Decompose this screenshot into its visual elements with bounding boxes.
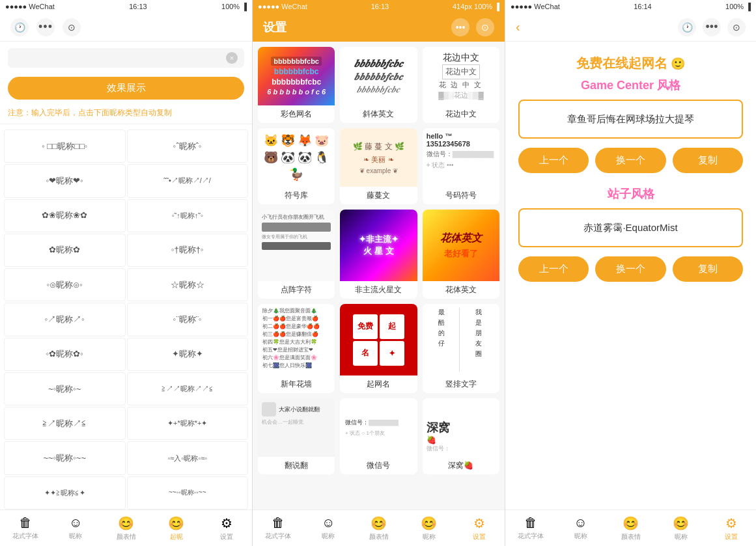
list-item[interactable]: ≧↗昵称↗≦ (4, 407, 126, 440)
tab2-settings[interactable]: ⚙ 设置 (455, 515, 505, 541)
notice-text: 注意：输入完毕后，点击下面昵称类型自动复制 (0, 103, 252, 124)
search-row: × (8, 48, 244, 68)
feature-card-vine[interactable]: 🌿 藤 蔓 文 🌿 ❧ 美丽 ❧ ❦ example ❦ 藤蔓文 (340, 128, 417, 204)
list-item[interactable]: ◦⊙昵称⊙◦ (4, 268, 126, 301)
list-item[interactable]: ◦✿昵称✿◦ (4, 338, 126, 371)
prev-btn-2[interactable]: 上一个 (518, 256, 589, 282)
feature-card-flower-en[interactable]: 花体英文 老好看了 花体英文 (423, 210, 499, 299)
panel-features: ●●●●● WeChat 16:13 414px 100% ▐ 设置 ••• ⊙… (253, 0, 505, 546)
tab-qini-label: 起昵 (170, 532, 183, 541)
clear-icon[interactable]: × (226, 52, 238, 64)
list-item[interactable]: ◦¨昵称¨◦ (127, 303, 249, 336)
tab2-nickname-icon: ☺ (322, 515, 335, 530)
clock-icon-3[interactable]: 🕐 (678, 18, 696, 36)
feature-card-flip[interactable]: 大家小说翻就翻 机会会…一起睡觉 翻说翻 (258, 398, 335, 474)
feature-card-newyear[interactable]: 除夕🎄我您圆聚音圆🎄 初一🍎🍎您是富贵顺🍎 初二🍎🍎您是豪华🍎🍎 初三🍎🍎您是赚… (258, 304, 335, 393)
feature-card-symbols[interactable]: 🐱🐯🦊 🐷🐻🐼 🐼🐧🦆 符号库 (258, 128, 335, 204)
border-cn-label: 花边中文 (443, 105, 479, 123)
nickname-grid: ◦ □□昵称□□◦ ◦ˆ昵称ˆ◦ ◦❤昵称❤◦ ˜˜•↗昵称↗/↗/ ✿❀昵称❀… (0, 130, 252, 510)
list-item[interactable]: ✦昵称✦ (127, 338, 249, 371)
list-item[interactable]: ◦†昵称†◦ (127, 234, 249, 267)
list-item[interactable]: ~~◦◦昵称◦◦~~ (127, 476, 249, 510)
feature-card-galaxy[interactable]: ✦非主流✦火 星 文 非主流火星文 (340, 210, 417, 299)
list-item[interactable]: ˜˜•↗昵称↗/↗/ (127, 164, 249, 197)
circle-icon[interactable]: ⊙ (63, 18, 81, 36)
battery-2: 414px 100% ▐ (453, 3, 499, 10)
change-btn[interactable]: 换一个 (595, 148, 665, 173)
feature-card-wechat-num[interactable]: 微信号：████████ + 状态 ○ 1个朋友 微信号 (340, 398, 417, 474)
game-center-label: Game Center 风格 (518, 77, 743, 93)
game-center-name-box: 章鱼哥后悔在网球场拉大提琴 (518, 100, 743, 139)
bottom-tabs-3: 🗑 花式字体 ☺ 昵称 😊 颜表情 😊 昵称 ⚙ 设置 (505, 510, 756, 546)
feature-card-italic[interactable]: 𝒃𝒃𝒃𝒃𝒃𝒃𝒇𝒄𝒃𝒄 𝒃𝒃𝒃𝒃𝒃𝒃𝒇𝒄𝒃𝒄 𝒃𝒃𝒃𝒃𝒃𝒃𝒇𝒄𝒃𝒄 斜体英文 (340, 47, 417, 123)
settings-icon: ⚙ (221, 515, 232, 531)
tab2-flower[interactable]: 🗑 花式字体 (253, 515, 303, 541)
station-actions: 上一个 换一个 复制 (518, 256, 743, 282)
search-input[interactable] (14, 53, 222, 63)
panel-name-generator: ●●●●● WeChat 16:14 100% ▐ ‹ 🕐 ••• ⊙ 免费在线… (505, 0, 756, 546)
tab2-qini-icon: 😊 (421, 515, 437, 531)
list-item[interactable]: ☆昵称☆ (127, 268, 249, 301)
feature-card-dots[interactable]: 小飞行员在你朋友圈开飞机 微女专用属于你的飞机 点阵字符 (258, 210, 335, 299)
tab2-qini[interactable]: 😊 昵称 (404, 515, 454, 541)
newyear-label: 新年花墙 (278, 375, 315, 393)
list-item[interactable]: ≧↗↗昵称↗↗≦ (127, 372, 249, 405)
feature-card-vertical[interactable]: 最酷的仔 我是朋友圈 竖排文字 (423, 304, 499, 393)
deep-label: 深窝🍓 (445, 457, 476, 474)
tab3-flower[interactable]: 🗑 花式字体 (505, 515, 555, 541)
list-item[interactable]: ◦˜↑昵称↑˜◦ (127, 199, 249, 232)
change-btn-2[interactable]: 换一个 (595, 256, 665, 282)
list-item[interactable]: ◦≈入◦昵称◦≈◦ (127, 441, 249, 474)
feature-card-qiming[interactable]: 免费 起 名 ✦ 起网名 (340, 304, 417, 393)
nav-left-icons: 🕐 ••• ⊙ (10, 18, 81, 36)
preview-button[interactable]: 效果展示 (8, 77, 244, 100)
tab-nickname[interactable]: ☺ 昵称 (50, 515, 100, 541)
back-button[interactable]: ‹ (516, 20, 520, 34)
tab3-qini[interactable]: 😊 昵称 (656, 515, 706, 541)
tab-emoticon[interactable]: 😊 颜表情 (101, 515, 151, 541)
tab3-settings[interactable]: ⚙ 设置 (706, 515, 756, 541)
tab2-emoticon[interactable]: 😊 颜表情 (354, 515, 404, 541)
list-item[interactable]: ~◦昵称◦~ (4, 372, 126, 405)
tab2-nickname[interactable]: ☺ 昵称 (303, 515, 353, 541)
tab3-qini-label: 昵称 (675, 532, 688, 541)
tab-flower-font[interactable]: 🗑 花式字体 (0, 515, 50, 541)
phone-preview: hello ™ 13512345678 微信号：██████████ + 状态 … (423, 128, 499, 187)
circle-icon-2[interactable]: ⊙ (476, 18, 494, 36)
statusbar-2: ●●●●● WeChat 16:13 414px 100% ▐ (253, 0, 505, 13)
dots-icon-2[interactable]: ••• (451, 18, 469, 36)
tab-emoticon-label: 颜表情 (117, 532, 136, 541)
copy-btn-2[interactable]: 复制 (673, 256, 743, 282)
name-generator-content: 免费在线起网名 🙂 Game Center 风格 章鱼哥后悔在网球场拉大提琴 上… (505, 42, 756, 510)
feature-card-deep[interactable]: 深窝 🍓 微信号： 深窝🍓 (423, 398, 499, 474)
tab3-nickname[interactable]: ☺ 昵称 (555, 515, 606, 541)
tab3-emoticon[interactable]: 😊 颜表情 (606, 515, 656, 541)
feature-card-colorname[interactable]: bbbbbbbfcbc bbbbbbfcbc bbbbbbbfcbc 6 b b… (258, 47, 335, 123)
clock-icon[interactable]: 🕐 (10, 18, 29, 36)
list-item[interactable]: ✿❀昵称❀✿ (4, 199, 126, 232)
tab-settings[interactable]: ⚙ 设置 (202, 515, 252, 541)
feature-card-phone[interactable]: hello ™ 13512345678 微信号：██████████ + 状态 … (423, 128, 499, 204)
game-center-name: 章鱼哥后悔在网球场拉大提琴 (567, 113, 694, 126)
vine-preview: 🌿 藤 蔓 文 🌿 ❧ 美丽 ❧ ❦ example ❦ (340, 128, 417, 187)
tab3-qini-icon: 😊 (673, 515, 689, 531)
circle-icon-3[interactable]: ⊙ (727, 18, 746, 36)
list-item[interactable]: ✦✦≧昵称≦✦ (4, 476, 126, 510)
copy-btn[interactable]: 复制 (673, 148, 743, 173)
list-item[interactable]: ◦ˆ昵称ˆ◦ (127, 130, 249, 163)
list-item[interactable]: ◦❤昵称❤◦ (4, 164, 126, 197)
dots-icon-3[interactable]: ••• (703, 18, 721, 36)
list-item[interactable]: ◦↗昵称↗◦ (4, 303, 126, 336)
station-name: 赤道雾霭·EquatorMist (583, 222, 677, 234)
list-item[interactable]: ✿昵称✿ (4, 234, 126, 267)
list-item[interactable]: ✦+*昵称*+✦ (127, 407, 249, 440)
galaxy-label: 非主流火星文 (352, 281, 404, 299)
time-2: 16:13 (371, 3, 389, 10)
prev-btn[interactable]: 上一个 (518, 148, 589, 173)
feature-card-border-cn[interactable]: 花边中文 花边中文 花 边 中 文 ▓▒░花边░▒▓ 花边中文 (423, 47, 499, 123)
tab-qini[interactable]: 😊 起昵 (151, 515, 201, 541)
list-item[interactable]: ◦ □□昵称□□◦ (4, 130, 126, 163)
dots-icon[interactable]: ••• (36, 18, 55, 36)
list-item[interactable]: ~~◦昵称◦~~ (4, 441, 126, 474)
tab2-settings-label: 设置 (473, 532, 486, 541)
